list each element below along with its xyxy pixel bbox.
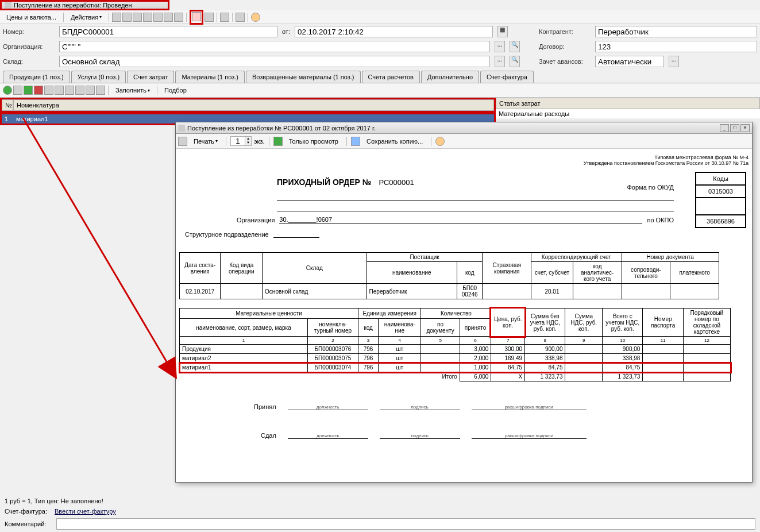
save-copy-button[interactable]: Сохранить копию... (362, 136, 427, 147)
sort-asc-icon[interactable] (86, 86, 95, 95)
printer-icon[interactable] (178, 137, 187, 146)
advance-input[interactable] (595, 56, 664, 67)
icon-4[interactable] (143, 13, 152, 22)
icon-3[interactable] (133, 13, 142, 22)
copies-spinner[interactable]: ▲▼ (230, 136, 252, 146)
invoice-link[interactable]: Ввести счет-фактуру (55, 508, 116, 515)
invoice-label: Счет-фактура: (5, 508, 47, 515)
contractor-label: Контрагент: (539, 28, 591, 35)
tab-materials[interactable]: Материалы (1 поз.) (175, 71, 245, 83)
t2-cell: БП000003074 (307, 363, 358, 372)
row1-cost: Материальные расходы (499, 110, 569, 117)
t2-cell (565, 345, 603, 354)
contract-input[interactable] (595, 41, 757, 52)
t1-r-acc: 20.01 (531, 284, 573, 299)
icon-2[interactable] (122, 13, 132, 22)
t1-corr-acc: счет, субсчет (531, 262, 573, 284)
number-input[interactable] (59, 26, 277, 37)
icon-9[interactable] (220, 13, 229, 22)
warehouse-select-icon[interactable]: ... (495, 56, 505, 67)
row1-nom: матириал1 (16, 115, 48, 122)
prices-button[interactable]: Цены и валюта... (2, 12, 60, 22)
advance-select-icon[interactable]: ... (669, 56, 679, 67)
t2-mat: Материальные ценности (180, 309, 358, 319)
tab-cost-account[interactable]: Счет затрат (127, 71, 174, 83)
dtkt-icon[interactable] (192, 12, 201, 21)
t2-cell: шт (379, 354, 421, 363)
t1-docnum-pay: платежного (670, 262, 719, 284)
t2-cell: 338,98 (603, 354, 643, 363)
movedown-icon[interactable] (75, 86, 84, 95)
rate-info: 1 руб = 1, Тип цен: Не заполнено! (5, 498, 755, 504)
t1-opcode: Код вида операции (221, 253, 263, 284)
edit-icon[interactable] (24, 86, 33, 95)
icon-7[interactable] (174, 13, 183, 22)
t2-price: Цена, руб. коп. (491, 309, 525, 337)
row1-cost-cell[interactable]: Материальные расходы (496, 109, 760, 118)
t2-cell: шт (379, 363, 421, 372)
warehouse-search-icon[interactable]: 🔍 (510, 56, 520, 67)
select-button[interactable]: Подбор (160, 85, 191, 95)
date-picker-icon[interactable]: ▦ (497, 26, 508, 37)
minimize-button[interactable]: _ (720, 124, 729, 132)
sub-toolbar: Заполнить Подбор (0, 83, 760, 98)
view-only-button[interactable]: Только просмотр (285, 136, 342, 147)
t2-cell: БП000003076 (307, 345, 358, 354)
print-button[interactable]: Печать (190, 136, 222, 147)
actions-button[interactable]: Действия (67, 12, 106, 22)
t2-qty: Количество (421, 309, 491, 319)
org-select-icon[interactable]: ... (495, 41, 505, 52)
up-icon[interactable] (44, 86, 53, 95)
fill-button[interactable]: Заполнить (111, 85, 154, 95)
t2-passport: Номер паспорта (643, 309, 683, 337)
down-icon[interactable] (55, 86, 64, 95)
col-cost-item[interactable]: Статья затрат (496, 98, 760, 109)
view-icon[interactable] (273, 137, 283, 146)
maximize-button[interactable]: □ (730, 124, 739, 132)
contractor-input[interactable] (595, 26, 757, 37)
t2-total: Всего с учетом НДС, руб. коп. (603, 309, 643, 337)
help-icon[interactable] (251, 13, 260, 22)
icon-10[interactable] (236, 13, 245, 22)
t2-mat-name: наименование, сорт, размер, марка (180, 319, 308, 337)
t2-cell: 796 (358, 345, 378, 354)
t2-cell (421, 363, 460, 372)
icon-8[interactable] (205, 13, 214, 22)
print-title: Поступление из переработки № РС000001 от… (187, 125, 376, 132)
icon-6[interactable] (164, 13, 173, 22)
sig-sig1: подпись (380, 399, 460, 410)
print-help-icon[interactable] (435, 137, 445, 146)
org-search-icon[interactable]: 🔍 (510, 41, 520, 52)
contract-label: Договор: (539, 43, 591, 50)
comment-input[interactable] (56, 518, 755, 530)
t1-corr: Корреспондирующий счет (531, 253, 622, 262)
t1-supplier: Поставщик (367, 253, 483, 262)
warehouse-input[interactable] (59, 56, 490, 67)
tab-products[interactable]: Продукция (1 поз.) (3, 71, 70, 83)
tab-settlement[interactable]: Счета расчетов (362, 71, 420, 83)
tab-returned[interactable]: Возвращенные материалы (1 поз.) (246, 71, 361, 83)
org-input[interactable] (59, 41, 490, 52)
save-icon[interactable] (351, 137, 360, 146)
t2-cell: 3,000 (460, 345, 491, 354)
copy-icon[interactable] (13, 86, 22, 95)
copies-input[interactable] (231, 137, 245, 145)
col-nomenclature[interactable]: Номенклатура (13, 99, 494, 111)
tab-invoice[interactable]: Счет-фактура (480, 71, 534, 83)
add-icon[interactable] (3, 86, 12, 95)
delete-icon[interactable] (34, 86, 43, 95)
print-body: Типовая межотраслевая форма № М-4 Утверж… (176, 149, 752, 482)
moveup-icon[interactable] (65, 86, 74, 95)
okud-label: Форма по ОКУД (627, 184, 674, 191)
tab-services[interactable]: Услуги (0 поз.) (71, 71, 126, 83)
close-button[interactable]: × (740, 124, 750, 132)
col-num[interactable]: № (2, 99, 13, 111)
tab-additional[interactable]: Дополнительно (421, 71, 479, 83)
window-titlebar: Поступление из переработки: Проведен (0, 0, 169, 10)
date-input[interactable] (295, 26, 493, 37)
sort-desc-icon[interactable] (96, 86, 105, 95)
icon-1[interactable] (112, 13, 121, 22)
t1-r-date: 02.10.2017 (180, 284, 221, 299)
sig-pos1: должность (288, 399, 368, 410)
icon-5[interactable] (153, 13, 163, 22)
